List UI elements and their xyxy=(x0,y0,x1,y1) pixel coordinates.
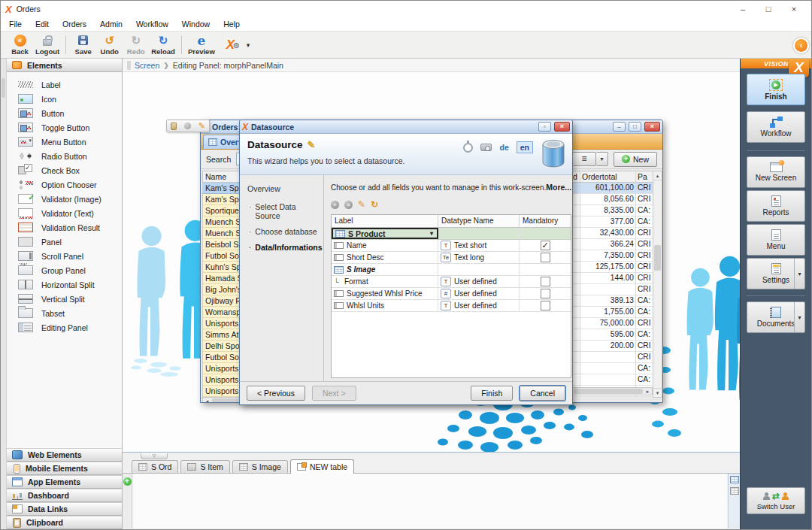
settings-dropdown-arrow[interactable]: ▾ xyxy=(794,259,804,289)
element-item[interactable]: Label xyxy=(7,77,122,92)
menu-item[interactable]: Window xyxy=(175,19,217,29)
maximize-button[interactable]: □ xyxy=(629,122,641,132)
sidebar-collapse-handle[interactable] xyxy=(2,78,5,98)
undo-button[interactable]: ↺ Undo xyxy=(96,32,123,57)
table-row[interactable]: Unisports xyxy=(202,318,241,329)
table-menu-button[interactable]: ≡ xyxy=(572,152,596,166)
table-icon[interactable] xyxy=(730,487,739,495)
save-button[interactable]: Save xyxy=(70,32,96,57)
accordion-header[interactable]: Dashboard xyxy=(7,489,122,502)
field-label-cell[interactable]: Suggested Whlsl Price xyxy=(332,288,438,299)
mandatory-checkbox[interactable] xyxy=(541,301,550,310)
table-row[interactable]: 75,000.00 CRI xyxy=(573,318,653,329)
table-icon[interactable] xyxy=(730,476,739,483)
switch-user-button[interactable]: ⇄ Switch User xyxy=(747,487,805,514)
field-row[interactable]: S Product ▾ xyxy=(332,228,571,240)
element-item[interactable]: Menu Button xyxy=(7,135,122,149)
element-item[interactable]: Button xyxy=(7,106,122,120)
menu-item[interactable]: Workflow xyxy=(129,19,175,29)
finish-button[interactable]: ▶ Finish xyxy=(747,74,805,105)
menu-item[interactable]: Help xyxy=(217,19,247,29)
table-row[interactable]: 144.00 CRI xyxy=(573,273,653,284)
vertical-scrollbar[interactable]: ▴ ▾ xyxy=(653,171,662,398)
table-row[interactable]: 595.00 CA: xyxy=(573,329,653,341)
element-item[interactable]: Editing Panel xyxy=(7,320,122,335)
field-row[interactable]: Whlsl Units T User defined xyxy=(332,300,571,312)
preview-button[interactable]: e Preview xyxy=(186,32,217,57)
bottom-tab[interactable]: NEW table xyxy=(290,459,354,474)
element-item[interactable]: Option Chooser xyxy=(7,177,122,192)
reports-button[interactable]: Reports xyxy=(747,190,805,222)
column-header-datatype[interactable]: Datatype Name xyxy=(438,215,520,228)
field-row[interactable]: Suggested Whlsl Price # User defined xyxy=(332,288,571,300)
menu-item[interactable]: File xyxy=(2,19,29,29)
datasource-titlebar[interactable]: X Datasource ▫ × xyxy=(240,120,572,134)
element-item[interactable]: Horizontal Split xyxy=(7,277,122,292)
menu-item[interactable]: Admin xyxy=(93,19,129,29)
options-icon[interactable] xyxy=(184,123,191,129)
table-row[interactable]: Hamada Sp xyxy=(202,273,241,284)
accordion-header[interactable]: Data Links xyxy=(7,502,122,516)
table-row[interactable]: Ojibway Re xyxy=(202,295,241,307)
element-item[interactable]: Toggle Button xyxy=(7,120,122,135)
dropdown-arrow-icon[interactable]: ▾ xyxy=(430,230,435,237)
field-row[interactable]: S Image xyxy=(332,264,571,276)
next-button[interactable]: Next > xyxy=(312,386,356,401)
element-item[interactable]: Vertical Split xyxy=(7,292,122,306)
field-row[interactable]: Name T Text short xyxy=(332,240,571,252)
element-item[interactable]: Check Box xyxy=(7,163,122,177)
table-row[interactable]: 8,335.00 CA: xyxy=(573,205,653,217)
accordion-header[interactable]: Mobile Elements xyxy=(7,462,122,475)
mandatory-checkbox[interactable] xyxy=(541,277,550,286)
table-row[interactable]: Delhi Sport xyxy=(202,341,241,352)
reload-button[interactable]: ↻ Reload xyxy=(149,32,177,57)
new-screen-button[interactable]: New Screen xyxy=(747,156,805,188)
mandatory-checkbox[interactable] xyxy=(541,289,550,298)
field-row[interactable]: Format T User defined xyxy=(332,276,571,288)
finish-button[interactable]: Finish xyxy=(471,386,513,401)
element-item[interactable]: Validator (Text) xyxy=(7,206,122,220)
close-button[interactable]: × xyxy=(781,2,807,17)
column-header-label[interactable]: Label xyxy=(332,215,438,228)
scroll-down-icon[interactable]: ▾ xyxy=(653,388,662,397)
field-label-cell[interactable]: Name xyxy=(332,240,438,251)
menu-item[interactable]: Edit xyxy=(29,19,56,29)
visionx-panel-toggle-icon[interactable]: ‹ xyxy=(793,38,809,53)
scroll-up-icon[interactable]: ▴ xyxy=(653,171,662,180)
screenshot-icon[interactable] xyxy=(480,144,492,151)
table-row[interactable]: 7,350.00 CRI xyxy=(573,250,653,262)
wizard-nav-item[interactable]: · Choose database xyxy=(249,227,319,236)
add-field-icon[interactable]: + xyxy=(331,201,339,209)
table-row[interactable]: CA: xyxy=(573,363,653,374)
bottom-tab[interactable]: S Ord xyxy=(132,460,178,473)
cancel-button[interactable]: Cancel xyxy=(520,386,565,401)
field-row[interactable]: Short Desc Te Text long xyxy=(332,252,571,264)
column-header-name[interactable]: Name xyxy=(202,171,241,183)
table-row[interactable]: Muench Sp xyxy=(202,217,241,228)
bottom-tab[interactable]: S Item xyxy=(180,460,229,473)
table-row[interactable]: Futbol Son xyxy=(202,250,241,262)
table-row[interactable]: 377.00 CA: xyxy=(573,217,653,228)
minimize-button[interactable]: – xyxy=(730,2,756,17)
table-row[interactable]: Kam's Spor xyxy=(202,194,241,205)
element-item[interactable]: Group Panel xyxy=(7,263,122,277)
table-row[interactable]: Unisports xyxy=(202,363,241,374)
edit-pencil-icon[interactable]: ✎ xyxy=(308,139,316,150)
add-column-button[interactable]: + xyxy=(123,477,132,486)
column-header-ordertotal[interactable]: Ordertotal xyxy=(580,171,636,183)
field-label-cell[interactable]: Short Desc xyxy=(332,252,438,263)
redo-button[interactable]: ↻ Redo xyxy=(123,32,149,57)
back-button[interactable]: « Back xyxy=(7,32,33,57)
table-row[interactable]: 200.00 CRI xyxy=(573,341,653,352)
table-row[interactable]: CRI xyxy=(573,284,653,295)
field-label-cell[interactable]: Format xyxy=(332,276,438,287)
field-label-cell[interactable]: S Image xyxy=(332,264,438,275)
element-item[interactable]: Validation Result xyxy=(7,220,122,235)
accordion-header[interactable]: App Elements xyxy=(7,475,122,489)
settings-button[interactable]: Settings ▾ xyxy=(747,258,805,289)
column-header-pa[interactable]: Pa xyxy=(636,171,653,183)
design-canvas[interactable]: ✎ X Orders - data model – □ × Overvi Sea… xyxy=(123,72,740,452)
table-row[interactable]: Kuhn's Spo xyxy=(202,262,241,273)
close-button[interactable]: × xyxy=(554,122,570,132)
chevron-down-icon[interactable]: ▾ xyxy=(247,41,250,49)
